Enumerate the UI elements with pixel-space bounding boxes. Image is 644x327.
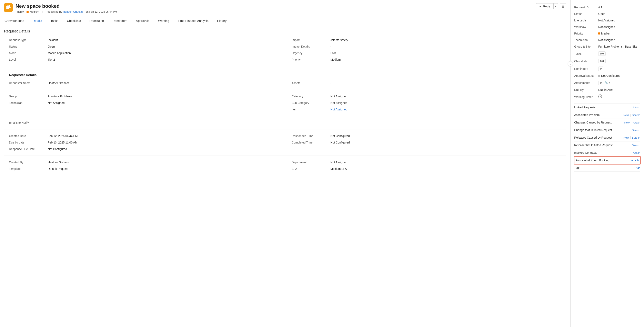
section-request-details: Request Details	[4, 29, 566, 34]
detail-row: GroupFurniture Problems	[9, 93, 284, 100]
detail-row: Sub CategoryNot Assigned	[292, 100, 566, 106]
tab-resolution[interactable]: Resolution	[89, 17, 104, 25]
sidebar-field-worklog-timer: Worklog Timer	[574, 93, 640, 101]
action-search[interactable]: Search	[632, 128, 640, 132]
tab-checklists[interactable]: Checklists	[66, 17, 81, 25]
linked-label: Changes Caused by Request	[574, 121, 612, 124]
action-attach[interactable]: Attach	[631, 159, 639, 162]
detail-value: Feb 13, 2025 11:00 AM	[48, 141, 78, 144]
tab-time-elapsed-analysis[interactable]: Time Elapsed Analysis	[177, 17, 209, 25]
tab-reminders[interactable]: Reminders	[112, 17, 128, 25]
detail-value: Not Assigned	[330, 101, 348, 104]
detail-value[interactable]: Not Assigned	[330, 108, 348, 111]
sidebar-field-group-site: Group & SiteFurniture Problems , Base Si…	[574, 43, 640, 50]
sidebar-value: Not Assigned	[598, 38, 615, 42]
detail-value: Mobile Application	[48, 52, 71, 55]
detail-row: Completed TimeNot Configured	[292, 139, 566, 146]
linked-row-tags: TagsAdd	[574, 164, 640, 172]
action-attach[interactable]: Attach	[633, 106, 640, 109]
count-badge: 0/0	[598, 59, 606, 63]
detail-value: -	[330, 45, 332, 48]
detail-label: Department	[292, 161, 330, 164]
tab-approvals[interactable]: Approvals	[136, 17, 150, 25]
sidebar: › Request ID# 1StatusOpenLife cycleNot A…	[570, 0, 644, 327]
priority-dot-icon	[26, 11, 28, 13]
detail-label: Urgency	[292, 52, 330, 55]
detail-value: -	[48, 121, 49, 124]
tab-details[interactable]: Details	[32, 17, 42, 25]
sidebar-label: Due By	[574, 88, 598, 92]
sidebar-field-priority: Priority Medium	[574, 30, 640, 37]
detail-label: Requester Name	[9, 82, 48, 85]
sidebar-label: Approval Status	[574, 74, 598, 77]
detail-value: Medium SLA	[330, 167, 347, 170]
sidebar-field-reminders: Reminders0	[574, 65, 640, 72]
detail-row: DepartmentNot Assigned	[292, 159, 566, 166]
linked-actions: Search	[632, 144, 640, 147]
action-new[interactable]: New	[624, 121, 630, 124]
sidebar-field-attachments: Attachments0📎▾	[574, 79, 640, 86]
linked-actions: New|Search	[624, 113, 640, 116]
action-new[interactable]: New	[624, 114, 629, 116]
detail-row: PriorityMedium	[292, 56, 566, 63]
detail-label: Technician	[9, 101, 48, 104]
detail-label: Completed Time	[292, 141, 330, 144]
detail-row: Due by dateFeb 13, 2025 11:00 AM	[9, 139, 284, 146]
chevron-down-icon[interactable]: ▾	[609, 82, 610, 84]
linked-row-linked-requests: Linked RequestsAttach	[574, 104, 640, 111]
detail-row: Responded TimeNot Configured	[292, 133, 566, 139]
sidebar-label: Priority	[574, 32, 598, 35]
detail-value: Open	[48, 45, 55, 48]
sidebar-value: Due in 2Hrs	[598, 88, 614, 92]
requester-link[interactable]: Heather Graham	[63, 10, 83, 13]
detail-label: Group	[9, 95, 48, 98]
sidebar-value: Not Assigned	[598, 25, 615, 28]
sidebar-label: Checklists	[574, 60, 598, 63]
linked-actions: Attach	[631, 159, 639, 162]
detail-row: Created DateFeb 12, 2025 06:44 PM	[9, 133, 284, 139]
detail-value: Not Configured	[330, 141, 350, 144]
action-attach[interactable]: Attach	[633, 151, 640, 154]
linked-row-release-that-initiated-request: Release that Initiated RequestSearch	[574, 142, 640, 149]
chevron-down-icon: ▾	[555, 6, 556, 8]
detail-value: Default Request	[48, 167, 68, 170]
page-title: New space booked	[16, 3, 117, 9]
sidebar-field-status: StatusOpen	[574, 10, 640, 17]
linked-label: Release that Initiated Request	[574, 144, 612, 147]
tab-tasks[interactable]: Tasks	[50, 17, 59, 25]
detail-value: Incident	[48, 38, 58, 42]
sidebar-value: Not Configured	[598, 74, 620, 77]
reply-dropdown[interactable]: ▾	[554, 4, 558, 9]
linked-label: Invoked Contracts	[574, 151, 597, 154]
sidebar-field-approval-status: Approval StatusNot Configured	[574, 72, 640, 79]
linked-label: Associated Room Booking	[576, 158, 609, 162]
tab-worklog[interactable]: Worklog	[158, 17, 170, 25]
sidebar-field-life-cycle: Life cycleNot Assigned	[574, 17, 640, 24]
tab-history[interactable]: History	[217, 17, 227, 25]
action-search[interactable]: Search	[632, 144, 640, 147]
detail-row: TechnicianNot Assigned	[9, 100, 284, 106]
sidebar-label: Tasks	[574, 52, 598, 55]
notes-button[interactable]	[560, 3, 566, 10]
detail-row: Emails to Notify-	[9, 120, 284, 126]
action-search[interactable]: Search	[632, 136, 640, 139]
linked-label: Linked Requests	[574, 106, 596, 109]
detail-label: Template	[9, 167, 48, 170]
notes-icon	[561, 5, 564, 8]
detail-label: Priority	[292, 58, 330, 61]
action-search[interactable]: Search	[632, 114, 640, 116]
detail-label: Item	[292, 108, 330, 111]
timer-icon[interactable]	[598, 95, 602, 98]
sidebar-collapse[interactable]: ›	[568, 61, 573, 66]
action-new[interactable]: New	[624, 136, 629, 139]
priority-indicator: Priority : Medium	[16, 10, 39, 13]
paperclip-icon[interactable]: 📎	[604, 81, 608, 84]
tab-conversations[interactable]: Conversations	[4, 17, 24, 25]
action-add[interactable]: Add	[636, 166, 640, 170]
action-attach[interactable]: Attach	[633, 121, 640, 124]
detail-value: Feb 12, 2025 06:44 PM	[48, 134, 78, 138]
request-header: New space booked Priority : Medium | Req…	[4, 3, 566, 13]
detail-value: Not Assigned	[48, 101, 65, 104]
detail-label: Status	[9, 45, 48, 48]
reply-button[interactable]: Reply	[536, 4, 554, 9]
